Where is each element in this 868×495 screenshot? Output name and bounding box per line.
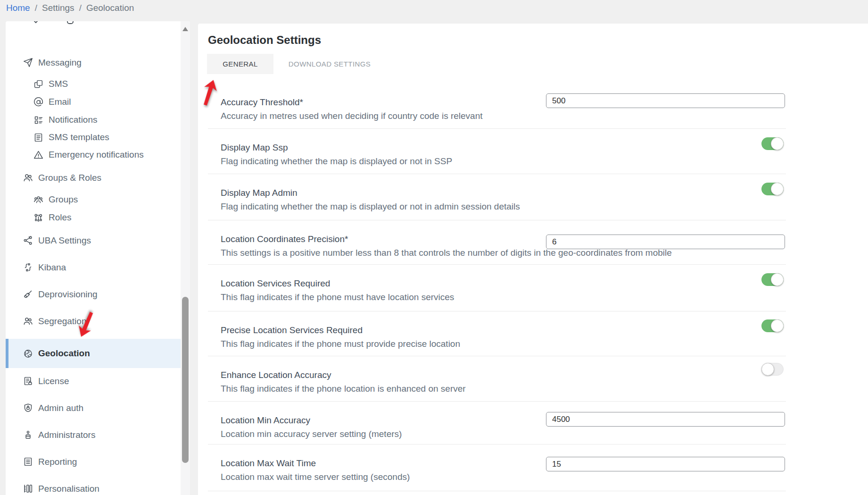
setting-row-location-max-wait-time: Location Max Wait Time Location max wait… [208, 445, 786, 491]
location-max-wait-time-input[interactable] [546, 457, 785, 471]
sidebar-item-administrators[interactable]: Administrators [6, 421, 181, 448]
sidebar-item-groups[interactable]: Groups [6, 191, 181, 209]
tab-download-settings[interactable]: DOWNLOAD SETTINGS [273, 54, 386, 74]
sidebar-item-label: SMS [49, 79, 68, 89]
breadcrumb-geolocation: Geolocation [86, 3, 134, 13]
sidebar-item-label: Geolocation [38, 348, 90, 359]
setting-description: Location max wait time server setting (s… [221, 472, 410, 482]
settings-sidebar: Messaging SMS Email Notifications SMS te… [6, 21, 190, 495]
setting-row-precise-location-services-required: Precise Location Services Required This … [208, 311, 786, 356]
precise-location-services-required-toggle[interactable] [761, 319, 784, 332]
sidebar-item-personalisation[interactable]: Personalisation [6, 475, 181, 495]
sidebar-item-label: Email [49, 97, 71, 107]
sidebar-item-emergency-notifications[interactable]: Emergency notifications [6, 146, 181, 164]
sidebar-item-kibana[interactable]: Kibana [6, 254, 181, 281]
sidebar-item-label: Reporting [38, 457, 77, 467]
toggle-knob [771, 183, 784, 195]
personalisation-icon [23, 484, 33, 494]
sidebar-item-label: Emergency notifications [49, 150, 144, 160]
sidebar-item-label: Groups [49, 194, 78, 205]
setting-description: Flag indicating whether the map is displ… [221, 201, 520, 212]
breadcrumb-home-link[interactable]: Home [6, 3, 30, 13]
sidebar-item-geolocation[interactable]: Geolocation [6, 339, 181, 368]
sidebar-item-roles[interactable]: Roles [6, 209, 181, 227]
broom-icon [23, 289, 33, 300]
group-icon [33, 194, 43, 205]
sms-icon [33, 79, 43, 89]
sidebar-item-segregation[interactable]: Segregation [6, 308, 181, 335]
sidebar-item-groups-roles[interactable]: Groups & Roles [6, 164, 181, 191]
setting-row-accuracy-threshold: Accuracy Threshold* Accuracy in metres u… [208, 76, 786, 129]
toggle-knob [771, 319, 784, 332]
sidebar-item-uba-settings[interactable]: UBA Settings [6, 227, 181, 254]
enhance-location-accuracy-toggle[interactable] [761, 363, 784, 376]
kibana-icon [23, 262, 33, 273]
setting-label: Precise Location Services Required [221, 325, 460, 336]
sidebar-item-notifications[interactable]: Notifications [6, 111, 181, 129]
setting-text: Enhance Location Accuracy This flag indi… [221, 370, 466, 394]
sidebar-item-reporting[interactable]: Reporting [6, 448, 181, 475]
setting-text: Display Map Admin Flag indicating whethe… [221, 188, 520, 212]
setting-row-location-coordinates-precision: Location Coordinates Precision* This set… [208, 220, 786, 265]
setting-description: This flag indicates if the phone must ha… [221, 292, 454, 302]
sidebar-item-license[interactable]: License [6, 368, 181, 394]
setting-text: Location Services Required This flag ind… [221, 278, 454, 302]
setting-text: Location Max Wait Time Location max wait… [221, 458, 410, 482]
setting-label: Location Max Wait Time [221, 458, 410, 469]
setting-description: Location min accuracy server setting (me… [221, 429, 402, 439]
administrator-icon [23, 430, 33, 440]
setting-description: Flag indicating whether the map is displ… [221, 156, 452, 167]
setting-label: Enhance Location Accuracy [221, 370, 466, 380]
toggle-knob [761, 363, 774, 376]
hierarchy-icon [33, 212, 43, 223]
setting-label: Location Min Accuracy [221, 415, 402, 426]
location-min-accuracy-input[interactable] [546, 412, 785, 427]
sidebar-item-messaging[interactable]: Messaging [6, 49, 181, 76]
setting-text: Precise Location Services Required This … [221, 325, 460, 349]
accuracy-threshold-input[interactable] [546, 93, 785, 108]
sidebar-item-sms-templates[interactable]: SMS templates [6, 128, 181, 146]
shield-lock-icon [23, 403, 33, 413]
sidebar-scrollbar-thumb[interactable] [182, 297, 189, 463]
location-coordinates-precision-input[interactable] [546, 235, 785, 249]
display-map-admin-toggle[interactable] [761, 183, 784, 195]
setting-row-location-min-accuracy: Location Min Accuracy Location min accur… [208, 402, 786, 445]
setting-row-location-services-required: Location Services Required This flag ind… [208, 265, 786, 311]
tab-general[interactable]: GENERAL [207, 54, 273, 74]
at-sign-icon [33, 97, 43, 107]
sidebar-item-email[interactable]: Email [6, 93, 181, 111]
sidebar-item-label: Roles [49, 212, 72, 223]
notifications-icon [33, 115, 43, 125]
sidebar-item-deprovisioning[interactable]: Deprovisioning [6, 281, 181, 308]
sidebar-item-label: Notifications [49, 115, 98, 125]
scroll-up-arrow-icon[interactable] [182, 27, 188, 31]
warning-triangle-icon [33, 150, 43, 160]
sidebar-item-label: Personalisation [38, 484, 99, 494]
sidebar-item-label: License [38, 376, 69, 386]
sidebar-item-label: UBA Settings [38, 235, 91, 246]
sidebar-item-admin-auth[interactable]: Admin auth [6, 394, 181, 421]
setting-text: Display Map Ssp Flag indicating whether … [221, 143, 452, 167]
sidebar-item-sms[interactable]: SMS [6, 75, 181, 93]
sidebar-scrollbar-track[interactable] [181, 21, 190, 495]
setting-text: Accuracy Threshold* Accuracy in metres u… [221, 97, 483, 121]
setting-description: Accuracy in metres used when deciding if… [221, 111, 483, 121]
setting-text: Location Min Accuracy Location min accur… [221, 415, 402, 439]
settings-tabbar: GENERAL DOWNLOAD SETTINGS [207, 54, 386, 74]
setting-description: This flag indicates if the phone must pr… [221, 339, 460, 349]
sidebar-item-label: Messaging [38, 58, 82, 68]
sidebar-item-label: Deprovisioning [38, 289, 98, 300]
breadcrumb-settings: Settings [42, 3, 74, 13]
setting-row-display-map-ssp: Display Map Ssp Flag indicating whether … [208, 129, 786, 174]
page-title: Geolocation Settings [208, 34, 321, 47]
location-services-required-toggle[interactable] [761, 273, 784, 286]
display-map-ssp-toggle[interactable] [761, 137, 784, 150]
toggle-knob [771, 273, 784, 286]
sidebar-item-label: Administrators [38, 430, 95, 440]
users-icon [23, 173, 33, 183]
globe-icon [23, 348, 33, 359]
sidebar-item-label: Groups & Roles [38, 173, 101, 183]
setting-label: Location Services Required [221, 278, 454, 289]
setting-label: Display Map Admin [221, 188, 520, 198]
sidebar-item-label: Admin auth [38, 403, 83, 413]
